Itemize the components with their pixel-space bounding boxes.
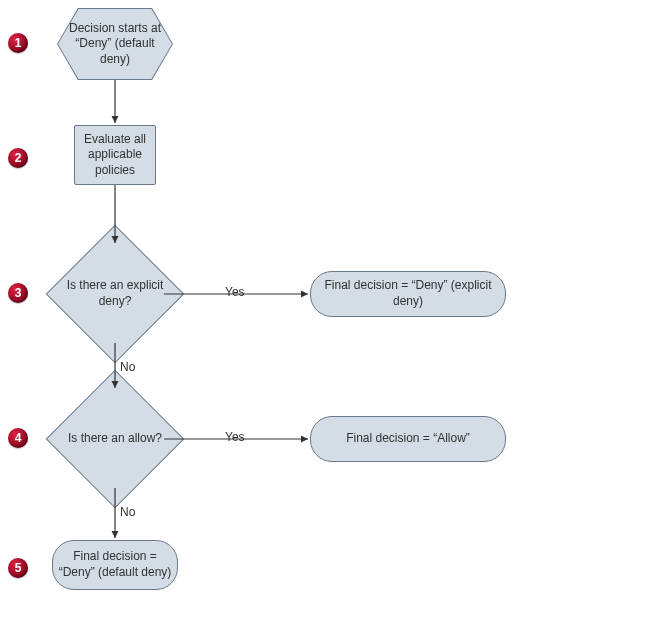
- edge-no-1: No: [120, 360, 135, 374]
- allow-decision: Is there an allow?: [66, 390, 164, 488]
- final-explicit-deny-label: Final decision = “Deny” (explicit deny): [315, 278, 501, 309]
- step-badge-1: 1: [8, 33, 28, 53]
- step-badge-5: 5: [8, 558, 28, 578]
- evaluate-node: Evaluate all applicable policies: [74, 125, 156, 185]
- final-default-deny-node: Final decision = “Deny” (default deny): [52, 540, 178, 590]
- allow-decision-label: Is there an allow?: [66, 390, 164, 488]
- step-badge-4: 4: [8, 428, 28, 448]
- final-allow-label: Final decision = “Allow”: [346, 431, 470, 447]
- start-node: Decision starts at “Deny” (default deny): [57, 8, 173, 80]
- step-badge-2: 2: [8, 148, 28, 168]
- final-explicit-deny-node: Final decision = “Deny” (explicit deny): [310, 271, 506, 317]
- final-default-deny-label: Final decision = “Deny” (default deny): [57, 549, 173, 580]
- edge-no-2: No: [120, 505, 135, 519]
- final-allow-node: Final decision = “Allow”: [310, 416, 506, 462]
- explicit-deny-label: Is there an explicit deny?: [66, 245, 164, 343]
- explicit-deny-decision: Is there an explicit deny?: [66, 245, 164, 343]
- edge-yes-2: Yes: [225, 430, 245, 444]
- evaluate-node-label: Evaluate all applicable policies: [79, 132, 151, 179]
- step-badge-3: 3: [8, 283, 28, 303]
- edge-yes-1: Yes: [225, 285, 245, 299]
- start-node-label: Decision starts at “Deny” (default deny): [58, 9, 172, 79]
